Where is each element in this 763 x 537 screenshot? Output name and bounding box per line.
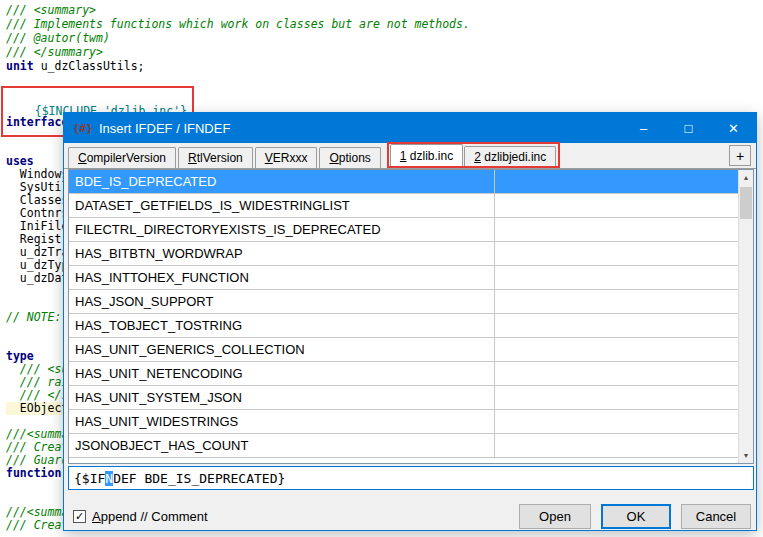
scroll-up-icon[interactable]: ▲ xyxy=(739,170,753,185)
list-item[interactable]: DATASET_GETFIELDS_IS_WIDESTRINGLIST xyxy=(69,194,738,218)
minimize-icon[interactable]: – xyxy=(621,113,666,143)
list-item[interactable]: HAS_UNIT_SYSTEM_JSON xyxy=(69,386,738,410)
list-item-label: HAS_UNIT_SYSTEM_JSON xyxy=(69,386,495,409)
tab-include-file[interactable]: 2 dzlibjedi.inc xyxy=(464,146,556,166)
list-item-value-cell xyxy=(495,218,738,241)
tab-label: VERxxx xyxy=(265,151,308,165)
dialog-title: Insert IFDEF / IFNDEF xyxy=(99,121,230,136)
plus-icon: + xyxy=(736,148,744,164)
tab[interactable]: RtlVersion xyxy=(178,147,253,168)
list-item-value-cell xyxy=(495,434,738,457)
list-item[interactable]: HAS_UNIT_WIDESTRINGS xyxy=(69,410,738,434)
list-item[interactable]: HAS_JSON_SUPPORT xyxy=(69,290,738,314)
insert-ifdef-dialog: {#} Insert IFDEF / IFNDEF – □ ✕ Compiler… xyxy=(63,112,757,531)
list-item-label: HAS_JSON_SUPPORT xyxy=(69,290,495,313)
list-item[interactable]: HAS_INTTOHEX_FUNCTION xyxy=(69,266,738,290)
list-item-value-cell xyxy=(495,194,738,217)
checkmark-icon: ✓ xyxy=(75,511,84,522)
tab[interactable]: Options xyxy=(319,147,380,168)
list-item-value-cell xyxy=(495,338,738,361)
list-item-value-cell xyxy=(495,266,738,289)
define-list: BDE_IS_DEPRECATED DATASET_GETFIELDS_IS_W… xyxy=(68,169,754,464)
list-item-value-cell xyxy=(495,314,738,337)
vertical-scrollbar[interactable]: ▲ ▼ xyxy=(738,170,753,463)
cancel-button[interactable]: Cancel xyxy=(681,504,751,529)
dialog-icon: {#} xyxy=(73,122,93,135)
tab-label: 2 dzlibjedi.inc xyxy=(474,150,546,164)
list-item-label: HAS_UNIT_GENERICS_COLLECTION xyxy=(69,338,495,361)
list-item-label: HAS_UNIT_NETENCODING xyxy=(69,362,495,385)
dialog-titlebar[interactable]: {#} Insert IFDEF / IFNDEF – □ ✕ xyxy=(64,113,756,143)
directive-input[interactable]: {$IFNDEF BDE_IS_DEPRECATED} xyxy=(68,466,754,490)
add-tab-button[interactable]: + xyxy=(729,145,751,166)
tab-label: 1 dzlib.inc xyxy=(400,149,453,163)
list-item-label: FILECTRL_DIRECTORYEXISTS_IS_DEPRECATED xyxy=(69,218,495,241)
append-comment-label[interactable]: Append // Comment xyxy=(92,509,208,524)
list-item[interactable]: HAS_UNIT_NETENCODING xyxy=(69,362,738,386)
window-controls: – □ ✕ xyxy=(621,113,756,143)
tab-label: Options xyxy=(329,151,370,165)
list-item[interactable]: FILECTRL_DIRECTORYEXISTS_IS_DEPRECATED xyxy=(69,218,738,242)
list-item-label: JSONOBJECT_HAS_COUNT xyxy=(69,434,495,457)
list-item-label: DATASET_GETFIELDS_IS_WIDESTRINGLIST xyxy=(69,194,495,217)
open-button[interactable]: Open xyxy=(519,504,591,529)
list-item-value-cell xyxy=(495,386,738,409)
input-text-selection: N xyxy=(105,471,113,486)
list-item[interactable]: JSONOBJECT_HAS_COUNT xyxy=(69,434,738,458)
list-item-value-cell xyxy=(495,410,738,433)
list-item-label: HAS_UNIT_WIDESTRINGS xyxy=(69,410,495,433)
list-item-label: BDE_IS_DEPRECATED xyxy=(69,170,495,193)
list-item[interactable]: HAS_BITBTN_WORDWRAP xyxy=(69,242,738,266)
list-item[interactable]: HAS_UNIT_GENERICS_COLLECTION xyxy=(69,338,738,362)
scroll-down-icon[interactable]: ▼ xyxy=(739,448,753,463)
list-item-value-cell xyxy=(495,242,738,265)
code-line-unit: unit u_dzClassUtils; xyxy=(6,59,470,73)
list-item[interactable]: BDE_IS_DEPRECATED xyxy=(69,170,738,194)
code-line: /// </summary> xyxy=(6,45,470,59)
list-item[interactable]: HAS_TOBJECT_TOSTRING xyxy=(69,314,738,338)
input-text-suffix: DEF BDE_IS_DEPRECATED} xyxy=(113,471,285,486)
append-comment-checkbox[interactable]: ✓ xyxy=(73,510,86,523)
input-text-prefix: {$IF xyxy=(74,471,105,486)
scrollbar-thumb[interactable] xyxy=(740,187,752,219)
keyword-unit: unit xyxy=(6,59,34,73)
tab[interactable]: CompilerVersion xyxy=(68,147,176,168)
close-icon[interactable]: ✕ xyxy=(711,113,756,143)
tab-label: RtlVersion xyxy=(188,151,243,165)
list-item-value-cell xyxy=(495,170,738,193)
tab-bar: CompilerVersionRtlVersionVERxxxOptions 1… xyxy=(64,143,756,169)
tab[interactable]: VERxxx xyxy=(255,147,318,168)
maximize-icon[interactable]: □ xyxy=(666,113,711,143)
tab-include-file[interactable]: 1 dzlib.inc xyxy=(390,144,463,166)
list-item-value-cell xyxy=(495,290,738,313)
code-line: /// Implements functions which work on c… xyxy=(6,17,470,31)
code-line: /// @autor(twm) xyxy=(6,31,470,45)
unit-name: u_dzClassUtils; xyxy=(34,59,145,73)
list-item-value-cell xyxy=(495,362,738,385)
list-item-label: HAS_TOBJECT_TOSTRING xyxy=(69,314,495,337)
code-line: /// <summary> xyxy=(6,3,470,17)
annotation-box-file-tabs: 1 dzlib.inc2 dzlibjedi.inc xyxy=(387,142,560,168)
list-item-label: HAS_INTTOHEX_FUNCTION xyxy=(69,266,495,289)
ok-button[interactable]: OK xyxy=(601,504,671,529)
tab-label: CompilerVersion xyxy=(78,151,166,165)
list-item-label: HAS_BITBTN_WORDWRAP xyxy=(69,242,495,265)
code-header-block: /// <summary>/// Implements functions wh… xyxy=(6,3,470,73)
